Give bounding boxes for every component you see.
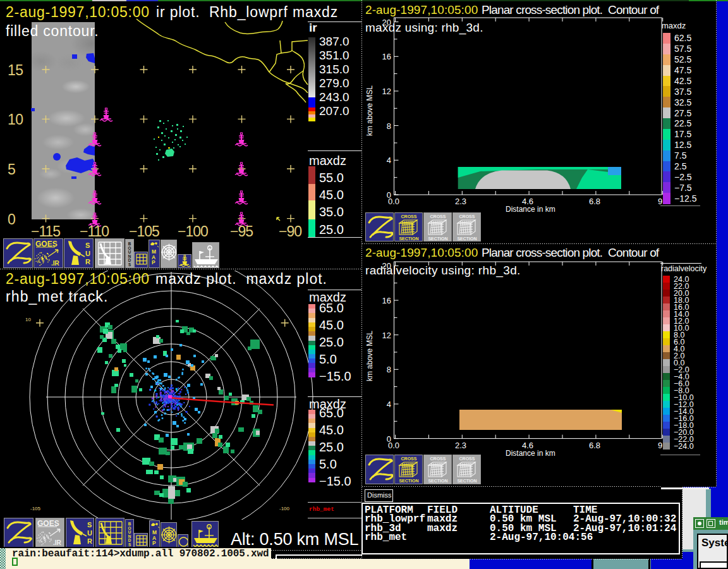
svg-text:SECTION: SECTION (399, 479, 418, 483)
svg-text:SECTION: SECTION (428, 479, 447, 483)
svg-text:CROSS: CROSS (401, 456, 417, 461)
svg-text:CROSS: CROSS (430, 456, 446, 461)
svg-text:CROSS: CROSS (459, 456, 475, 461)
svg-text:SECTION: SECTION (457, 479, 476, 483)
